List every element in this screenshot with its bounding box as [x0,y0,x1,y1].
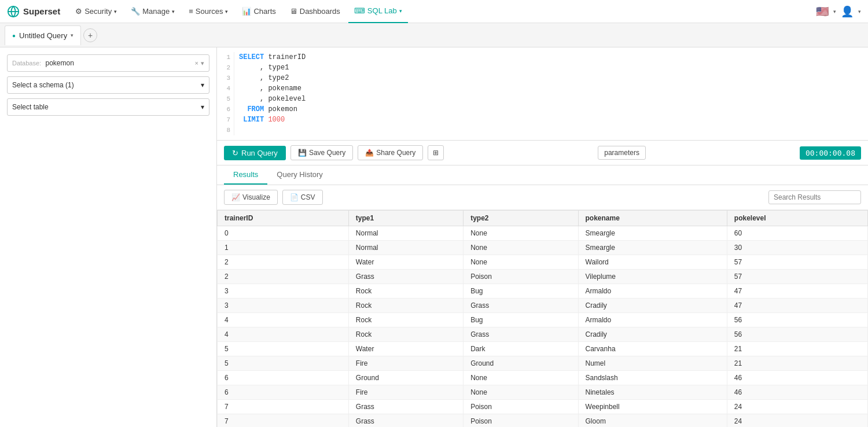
database-icon: ≡ [189,7,193,16]
table-cell: Grass [348,400,463,414]
app-logo[interactable]: Superset [7,5,60,18]
table-cell: 24 [727,400,867,414]
nav-sources[interactable]: ≡ Sources ▾ [183,0,234,23]
table-cell: 21 [727,356,867,371]
top-nav: Superset ⚙ Security ▾ 🔧 Manage ▾ ≡ Sourc… [0,0,868,23]
table-row: 5WaterDarkCarvanha21 [218,342,868,356]
content-area: 12345678 SELECT trainerID , type1 , type… [217,47,868,427]
table-cell: Cradily [578,299,727,313]
chevron-down-icon: ▾ [833,9,836,14]
nav-sqllab[interactable]: ⌨ SQL Lab ▾ [348,0,408,23]
table-cell: None [464,226,578,241]
tab-query-history[interactable]: Query History [267,165,332,185]
tab-results[interactable]: Results [224,165,267,185]
run-query-button[interactable]: ↻ Run Query [224,146,286,160]
schema-selector[interactable]: Select a schema (1) ▾ [7,76,209,94]
save-icon: 💾 [298,149,307,157]
table-cell: Carvanha [578,342,727,356]
csv-button[interactable]: 📄 CSV [282,190,323,205]
nav-dashboards[interactable]: 🖥 Dashboards [284,0,346,23]
visualize-button[interactable]: 📈 Visualize [224,190,278,205]
table-cell: Poison [464,400,578,414]
table-cell: 6 [218,385,349,400]
table-cell: None [464,371,578,385]
table-cell: 24 [727,414,867,428]
table-cell: None [464,255,578,270]
table-row: 5FireGroundNumel21 [218,356,868,371]
search-results-input[interactable] [768,190,861,204]
table-cell: Water [348,255,463,270]
user-avatar[interactable]: 👤 [841,5,854,18]
col-header-type2: type2 [464,211,578,226]
language-flag[interactable]: 🇺🇸 [816,5,829,18]
save-query-button[interactable]: 💾 Save Query [290,145,353,160]
table-cell: 56 [727,313,867,327]
table-cell: 57 [727,270,867,284]
table-cell: 30 [727,241,867,255]
table-cell: Rock [348,299,463,313]
table-cell: 3 [218,284,349,299]
table-row: 6GroundNoneSandslash46 [218,371,868,385]
table-cell: 21 [727,342,867,356]
nav-manage[interactable]: 🔧 Manage ▾ [125,0,181,23]
chevron-down-icon: ▾ [858,9,861,14]
chevron-down-icon: ▾ [114,9,117,14]
table-cell: None [464,241,578,255]
parameters-button[interactable]: parameters [598,146,646,160]
table-cell: 4 [218,327,349,342]
database-selector[interactable]: Database: pokemon × ▾ [7,54,209,72]
col-header-type1: type1 [348,211,463,226]
table-cell: Bug [464,313,578,327]
chart-icon: 📈 [231,193,240,201]
clear-icon[interactable]: × [195,60,198,67]
left-sidebar: Database: pokemon × ▾ Select a schema (1… [0,47,217,427]
results-table-container[interactable]: trainerID type1 type2 pokename pokelevel… [217,210,868,427]
table-row: 7GrassPoisonWeepinbell24 [218,400,868,414]
table-cell: Smeargle [578,241,727,255]
table-cell: None [464,385,578,400]
col-header-trainerid: trainerID [218,211,349,226]
table-cell: Normal [348,226,463,241]
table-cell: 5 [218,342,349,356]
database-label: Database: [12,60,41,67]
file-icon: 📄 [290,193,299,201]
active-dot: ● [12,32,16,39]
table-cell: Rock [348,327,463,342]
table-cell: 3 [218,299,349,313]
sql-code[interactable]: SELECT trainerID , type1 , type2 , poken… [239,52,306,135]
new-query-button[interactable]: + [83,28,97,42]
table-cell: 4 [218,313,349,327]
table-header-row: trainerID type1 type2 pokename pokelevel [218,211,868,226]
table-row: 4RockGrassCradily56 [218,327,868,342]
table-cell: 56 [727,327,867,342]
query-tab-label: Untitled Query [19,31,67,40]
table-row: 2WaterNoneWailord57 [218,255,868,270]
table-cell: Armaldo [578,284,727,299]
table-row: 3RockBugArmaldo47 [218,284,868,299]
app-name: Superset [23,6,60,16]
query-tab-untitled[interactable]: ● Untitled Query ▾ [5,25,81,45]
bar-chart-icon: 📊 [242,7,251,16]
code-icon: ⌨ [354,6,365,15]
sql-editor[interactable]: 12345678 SELECT trainerID , type1 , type… [217,47,868,141]
col-header-pokename: pokename [578,211,727,226]
extra-options-button[interactable]: ⊞ [428,145,444,160]
table-cell: Poison [464,414,578,428]
nav-charts[interactable]: 📊 Charts [236,0,281,23]
nav-security[interactable]: ⚙ Security ▾ [69,0,123,23]
table-cell: Vileplume [578,270,727,284]
table-cell: 6 [218,371,349,385]
table-cell: Ground [348,371,463,385]
chevron-down-icon: ▾ [71,32,73,38]
chevron-down-icon: ▾ [225,9,228,14]
chevron-down-icon: ▾ [399,8,402,14]
query-timer: 00:00:00.08 [800,146,861,160]
chevron-down-icon: ▾ [201,60,204,67]
share-query-button[interactable]: 📤 Share Query [358,145,423,160]
table-cell: 46 [727,371,867,385]
table-cell: Bug [464,284,578,299]
nav-right: 🇺🇸 ▾ 👤 ▾ [816,5,861,18]
shield-icon: ⚙ [75,7,82,16]
table-cell: Rock [348,313,463,327]
table-selector[interactable]: Select table ▾ [7,98,209,116]
